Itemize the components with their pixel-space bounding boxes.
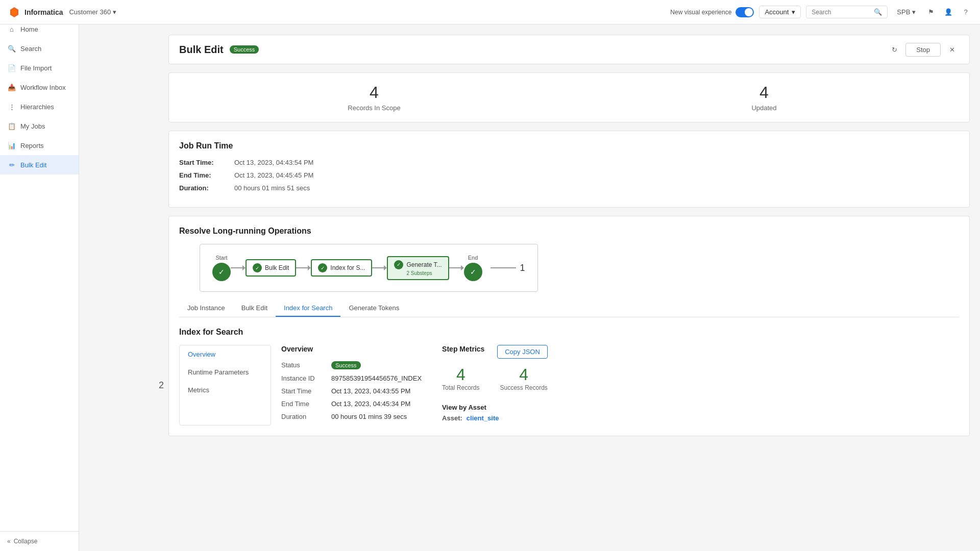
- tab-bulk-edit[interactable]: Bulk Edit: [233, 300, 276, 317]
- step-metrics-title: Step Metrics: [442, 345, 484, 353]
- account-dropdown[interactable]: Account ▾: [759, 6, 801, 18]
- workflow-tabs: Job Instance Bulk Edit Index for Search …: [179, 300, 959, 317]
- overview-section: Overview Status Success Instance ID 8975…: [281, 345, 422, 425]
- overview-start-time-label: Start Time: [281, 387, 327, 395]
- sidebar-item-my-jobs[interactable]: 📋 My Jobs: [0, 116, 79, 136]
- start-time-row: Start Time: Oct 13, 2023, 04:43:54 PM: [179, 159, 959, 166]
- records-in-scope-stat: 4 Records In Scope: [179, 83, 569, 112]
- search-input[interactable]: [812, 9, 871, 16]
- visual-experience-toggle[interactable]: New visual experience: [670, 7, 754, 17]
- file-icon: 📄: [7, 63, 16, 72]
- job-run-time-card: Job Run Time Start Time: Oct 13, 2023, 0…: [168, 131, 970, 208]
- help-icon[interactable]: ?: [960, 6, 972, 18]
- sidebar-overview[interactable]: Overview: [180, 345, 271, 363]
- tab-generate-tokens[interactable]: Generate Tokens: [340, 300, 407, 317]
- logo: Informatica: [8, 6, 63, 18]
- main-content: Bulk Edit Success ↻ Stop ✕ 4 Records In …: [158, 24, 980, 551]
- duration-label: Duration:: [179, 184, 230, 192]
- tab-job-instance[interactable]: Job Instance: [179, 300, 233, 317]
- generate-substeps: 2 Substeps: [406, 270, 432, 276]
- step-end: End ✓: [464, 255, 482, 281]
- header-actions: ↻ Stop ✕: [887, 42, 959, 57]
- instance-id-field-row: Instance ID 897585391954456576_INDEX: [281, 374, 422, 382]
- updated-label: Updated: [569, 104, 959, 112]
- product-selector[interactable]: Customer 360 ▾: [69, 8, 116, 16]
- page-title: Bulk Edit: [179, 44, 224, 56]
- collapse-arrows-icon: «: [7, 538, 11, 545]
- total-records-metric: 4 Total Records: [442, 365, 479, 391]
- workflow-title: Resolve Long-running Operations: [179, 227, 959, 236]
- informatica-logo-icon: [8, 6, 20, 18]
- total-records-number: 4: [442, 365, 479, 384]
- sidebar-item-hierarchies[interactable]: ⋮ Hierarchies: [0, 97, 79, 116]
- duration-value: 00 hours 01 mins 51 secs: [234, 184, 310, 192]
- records-in-scope-number: 4: [179, 83, 569, 102]
- copy-json-button[interactable]: Copy JSON: [497, 345, 548, 359]
- index-for-search-section: Index for Search 2 Overview Runtime Para…: [179, 328, 959, 425]
- stop-button[interactable]: Stop: [905, 43, 941, 57]
- overview-grid: Overview Status Success Instance ID 8975…: [281, 345, 548, 425]
- success-records-number: 4: [500, 365, 547, 384]
- index-sidebar: Overview Runtime Parameters Metrics: [179, 345, 271, 425]
- sidebar-collapse-button[interactable]: « Collapse: [0, 531, 79, 551]
- close-icon[interactable]: ✕: [945, 42, 959, 57]
- metrics-numbers: 4 Total Records 4 Success Records: [442, 365, 548, 391]
- generate-check-icon: ✓: [394, 260, 403, 269]
- refresh-icon[interactable]: ↻: [887, 42, 901, 57]
- overview-end-time-label: End Time: [281, 400, 327, 408]
- overview-end-time-row: End Time Oct 13, 2023, 04:45:34 PM: [281, 400, 422, 408]
- search-box[interactable]: 🔍: [806, 6, 888, 18]
- overview-duration-label: Duration: [281, 413, 327, 420]
- chevron-down-icon: ▾: [912, 8, 916, 16]
- success-records-label: Success Records: [500, 384, 547, 391]
- edit-icon: ✏: [7, 160, 16, 169]
- home-icon: ⌂: [7, 24, 16, 34]
- page-header: Bulk Edit Success ↻ Stop ✕: [168, 35, 970, 64]
- index-step-label: Index for S...: [330, 264, 365, 271]
- status-badge: Success: [230, 45, 259, 54]
- overview-start-time-value: Oct 13, 2023, 04:43:55 PM: [331, 387, 410, 395]
- sidebar: ＋ New ⌂ Home 🔍 Search 📄 File Import 📥 Wo…: [0, 0, 79, 551]
- search-icon: 🔍: [7, 44, 16, 53]
- status-field-label: Status: [281, 361, 327, 369]
- overview-duration-row: Duration 00 hours 01 mins 39 secs: [281, 413, 422, 420]
- spb-badge[interactable]: SPB ▾: [893, 6, 920, 18]
- updated-number: 4: [569, 83, 959, 102]
- instance-id-label: Instance ID: [281, 374, 327, 382]
- nav-icons: ⚑ 👤 ?: [925, 6, 972, 18]
- sidebar-item-search[interactable]: 🔍 Search: [0, 39, 79, 58]
- step-generate-tokens: ✓ Generate T... 2 Substeps: [387, 256, 463, 280]
- step-metrics-section: Step Metrics Copy JSON 4 Total Records: [442, 345, 548, 425]
- sidebar-item-reports[interactable]: 📊 Reports: [0, 136, 79, 155]
- index-for-search-title: Index for Search: [179, 328, 959, 337]
- asset-label: Asset:: [442, 414, 462, 422]
- inbox-icon: 📥: [7, 83, 16, 92]
- records-in-scope-label: Records In Scope: [179, 104, 569, 112]
- success-records-metric: 4 Success Records: [500, 365, 547, 391]
- sidebar-metrics[interactable]: Metrics: [180, 381, 271, 399]
- logo-text: Informatica: [24, 8, 63, 16]
- topnav-right: New visual experience Account ▾ 🔍 SPB ▾ …: [670, 6, 972, 18]
- status-field-value: Success: [331, 361, 361, 369]
- overview-duration-value: 00 hours 01 mins 39 secs: [331, 413, 407, 420]
- bulk-edit-step-label: Bulk Edit: [265, 264, 289, 271]
- sidebar-item-file-import[interactable]: 📄 File Import: [0, 58, 79, 78]
- asset-value[interactable]: client_site: [467, 414, 499, 422]
- bookmark-icon[interactable]: ⚑: [925, 6, 937, 18]
- bulk-edit-check-icon: ✓: [253, 263, 262, 272]
- sidebar-runtime-params[interactable]: Runtime Parameters: [180, 363, 271, 381]
- user-icon[interactable]: 👤: [942, 6, 954, 18]
- step-start: Start ✓: [212, 255, 246, 281]
- stats-card: 4 Records In Scope 4 Updated: [168, 72, 970, 122]
- job-run-time-title: Job Run Time: [179, 141, 959, 151]
- tab-index-for-search[interactable]: Index for Search: [276, 300, 340, 317]
- start-label: Start: [215, 255, 227, 261]
- view-by-asset-section: View by Asset Asset: client_site: [442, 404, 548, 422]
- hierarchy-icon: ⋮: [7, 102, 16, 111]
- sidebar-item-bulk-edit[interactable]: ✏ Bulk Edit: [0, 155, 79, 174]
- sidebar-item-workflow-inbox[interactable]: 📥 Workflow Inbox: [0, 78, 79, 97]
- asset-row: Asset: client_site: [442, 414, 548, 422]
- end-time-value: Oct 13, 2023, 04:45:45 PM: [234, 171, 313, 179]
- toggle-switch[interactable]: [736, 7, 754, 17]
- start-circle: ✓: [212, 263, 231, 281]
